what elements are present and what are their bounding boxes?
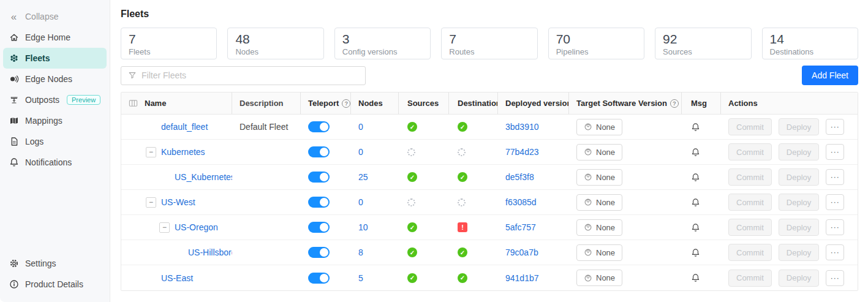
- target-version-button[interactable]: None: [576, 169, 622, 186]
- commit-button[interactable]: Commit: [728, 168, 772, 186]
- nodes-count-link[interactable]: 0: [358, 147, 363, 157]
- table-row: US-East 5 941d1b7 None Commit Depl: [121, 265, 858, 290]
- sidebar-collapse-label: Collapse: [25, 12, 58, 21]
- deployed-version-link[interactable]: de5f3f8: [505, 172, 534, 182]
- commit-button[interactable]: Commit: [728, 244, 772, 261]
- teleport-toggle[interactable]: [308, 222, 330, 233]
- fleet-name-link[interactable]: US-East: [161, 273, 193, 283]
- teleport-toggle[interactable]: [308, 121, 330, 132]
- fleet-name-link[interactable]: US_Kubernetes: [175, 172, 232, 182]
- fleet-name-cell: US-East: [121, 273, 232, 283]
- target-version-button[interactable]: None: [576, 270, 622, 286]
- more-actions-button[interactable]: ···: [826, 244, 844, 260]
- bell-icon[interactable]: [691, 223, 700, 232]
- bell-icon[interactable]: [691, 173, 700, 182]
- more-actions-button[interactable]: ···: [826, 270, 844, 286]
- sidebar-item-outposts[interactable]: Outposts Preview: [0, 89, 110, 110]
- teleport-toggle[interactable]: [308, 273, 330, 284]
- collapse-row-button[interactable]: −: [146, 147, 156, 157]
- deployed-version-link[interactable]: 5afc757: [505, 222, 536, 232]
- sidebar-item-label: Fleets: [25, 53, 50, 63]
- column-header-teleport: Teleport ?: [301, 92, 351, 114]
- sources-status-icon: [407, 198, 415, 206]
- deploy-button[interactable]: Deploy: [779, 118, 819, 135]
- deploy-button[interactable]: Deploy: [779, 244, 819, 261]
- bell-icon[interactable]: [691, 123, 700, 132]
- nodes-count-link[interactable]: 0: [358, 122, 363, 132]
- commit-button[interactable]: Commit: [728, 194, 772, 211]
- fleet-name-link[interactable]: US-Oregon: [175, 222, 218, 232]
- fleet-name-link[interactable]: default_fleet: [161, 122, 208, 132]
- destinations-status-icon: [458, 198, 466, 206]
- teleport-toggle[interactable]: [308, 197, 330, 208]
- add-fleet-button[interactable]: Add Fleet: [802, 66, 858, 85]
- bell-icon[interactable]: [691, 273, 700, 282]
- sidebar-item-edge-home[interactable]: Edge Home: [0, 27, 110, 48]
- nodes-count-link[interactable]: 5: [358, 273, 363, 283]
- target-version-button[interactable]: None: [576, 219, 622, 236]
- target-version-button[interactable]: None: [576, 194, 622, 211]
- collapse-icon: «: [9, 12, 19, 22]
- deployed-version-link[interactable]: 77b4d23: [505, 147, 539, 157]
- stat-label: Routes: [449, 47, 529, 56]
- target-version-button[interactable]: None: [576, 244, 622, 261]
- more-actions-button[interactable]: ···: [826, 119, 844, 135]
- deploy-button[interactable]: Deploy: [779, 219, 819, 236]
- commit-button[interactable]: Commit: [728, 143, 772, 160]
- sidebar-collapse-button[interactable]: « Collapse: [0, 6, 110, 27]
- commit-button[interactable]: Commit: [728, 118, 772, 135]
- column-selector-icon[interactable]: [129, 99, 138, 108]
- filter-fleets-input[interactable]: [142, 70, 358, 80]
- teleport-toggle[interactable]: [308, 146, 330, 157]
- target-version-button[interactable]: None: [576, 144, 622, 160]
- bell-icon[interactable]: [691, 248, 700, 257]
- deployed-version-link[interactable]: 941d1b7: [505, 273, 539, 283]
- map-icon: [9, 116, 19, 126]
- help-icon[interactable]: ?: [670, 99, 679, 108]
- history-icon: [584, 198, 592, 206]
- sidebar-item-settings[interactable]: Settings: [0, 253, 110, 274]
- deployed-version-link[interactable]: 79c0a7b: [505, 247, 538, 257]
- bell-icon: [9, 157, 19, 168]
- nodes-icon: [9, 74, 19, 85]
- stat-label: Fleets: [129, 47, 209, 56]
- fleet-name-link[interactable]: US-Hillsboro: [188, 247, 232, 257]
- nodes-count-link[interactable]: 25: [358, 172, 368, 182]
- more-actions-button[interactable]: ···: [826, 219, 844, 235]
- collapse-row-button[interactable]: −: [159, 222, 170, 233]
- nodes-count-link[interactable]: 0: [358, 197, 363, 207]
- collapse-row-button[interactable]: −: [146, 197, 156, 208]
- bell-icon[interactable]: [691, 148, 700, 157]
- commit-button[interactable]: Commit: [728, 219, 772, 236]
- fleet-name-link[interactable]: US-West: [161, 197, 195, 207]
- sidebar-item-product-details[interactable]: Product Details: [0, 274, 110, 295]
- stat-label: Sources: [663, 47, 743, 56]
- more-actions-button[interactable]: ···: [826, 169, 844, 185]
- sidebar-item-mappings[interactable]: Mappings: [0, 110, 110, 131]
- teleport-toggle[interactable]: [308, 247, 330, 258]
- deployed-version-link[interactable]: f63085d: [505, 197, 537, 207]
- bell-icon[interactable]: [691, 198, 700, 207]
- deployed-version-link[interactable]: 3bd3910: [505, 122, 539, 132]
- target-version-button[interactable]: None: [576, 119, 622, 135]
- deploy-button[interactable]: Deploy: [779, 168, 819, 186]
- teleport-toggle[interactable]: [308, 172, 330, 183]
- main-content: Fleets 7 Fleets 48 Nodes 3 Config versio…: [110, 0, 868, 302]
- stat-label: Pipelines: [556, 47, 636, 56]
- fleet-name-link[interactable]: Kubernetes: [161, 147, 205, 157]
- column-header-deployed-version: Deployed version: [498, 92, 569, 114]
- sidebar-item-edge-nodes[interactable]: Edge Nodes: [0, 69, 110, 89]
- more-actions-button[interactable]: ···: [826, 194, 844, 210]
- nodes-count-link[interactable]: 8: [358, 247, 363, 257]
- help-icon[interactable]: ?: [342, 99, 350, 108]
- sidebar-item-logs[interactable]: Logs: [0, 131, 110, 152]
- stat-card-routes: 7 Routes: [441, 28, 537, 59]
- deploy-button[interactable]: Deploy: [779, 270, 819, 287]
- deploy-button[interactable]: Deploy: [779, 194, 819, 211]
- nodes-count-link[interactable]: 10: [358, 222, 368, 232]
- deploy-button[interactable]: Deploy: [779, 143, 819, 160]
- sidebar-item-notifications[interactable]: Notifications: [0, 152, 110, 173]
- sidebar-item-fleets[interactable]: Fleets: [3, 48, 107, 69]
- more-actions-button[interactable]: ···: [826, 144, 844, 160]
- commit-button[interactable]: Commit: [728, 270, 772, 287]
